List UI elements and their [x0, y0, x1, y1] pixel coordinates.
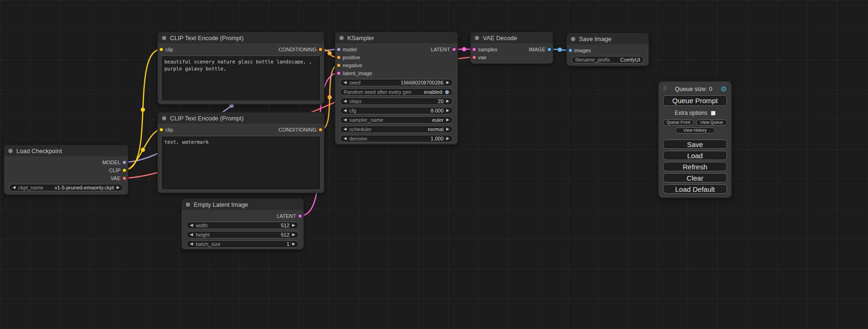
queue-front-button[interactable]: Queue Front	[663, 119, 694, 126]
widget-seed[interactable]: ◀ seed 156680208700286 ▶	[340, 79, 453, 86]
output-port-latent[interactable]	[452, 47, 456, 51]
output-label-clip: CLIP	[109, 168, 120, 173]
node-title: KSampler	[347, 35, 374, 42]
clear-button[interactable]: Clear	[663, 173, 727, 182]
node-canvas[interactable]: Load Checkpoint MODEL CLIP VAE ◀ ckpt_na…	[0, 0, 868, 329]
load-button[interactable]: Load	[663, 151, 727, 160]
input-port-latent-image[interactable]	[337, 71, 341, 75]
node-title-bar[interactable]: VAE Decode	[471, 32, 553, 43]
collapse-toggle-icon[interactable]	[186, 203, 190, 207]
output-port-conditioning[interactable]	[318, 47, 323, 51]
load-default-button[interactable]: Load Default	[663, 184, 727, 194]
left-arrow-icon[interactable]: ◀	[344, 81, 346, 84]
extra-options-row: Extra options	[663, 110, 727, 116]
right-arrow-icon[interactable]: ▶	[446, 109, 449, 112]
widget-name: scheduler	[349, 126, 372, 132]
widget-height[interactable]: ◀ height 512 ▶	[186, 231, 299, 238]
widget-cfg[interactable]: ◀ cfg 8.000 ▶	[340, 107, 453, 114]
node-title-bar[interactable]: Empty Latent Image	[182, 199, 303, 210]
widget-scheduler[interactable]: ◀ scheduler normal ▶	[340, 126, 453, 133]
node-save-image[interactable]: Save Image images filename_prefix ComfyU…	[566, 33, 649, 66]
collapse-toggle-icon[interactable]	[475, 36, 479, 40]
prompt-textarea[interactable]: beautiful scenery nature glass bottle la…	[161, 56, 321, 101]
left-arrow-icon[interactable]: ◀	[344, 99, 346, 103]
node-ksampler[interactable]: KSampler model LATENT positive negative …	[335, 32, 458, 145]
input-port-clip[interactable]	[159, 47, 163, 51]
left-arrow-icon[interactable]: ◀	[344, 118, 346, 122]
input-port-clip[interactable]	[159, 127, 163, 132]
node-clip-text-encode-negative[interactable]: CLIP Text Encode (Prompt) clip CONDITION…	[157, 112, 325, 193]
widget-name: ckpt_name	[18, 185, 43, 190]
collapse-toggle-icon[interactable]	[162, 116, 166, 120]
collapse-toggle-icon[interactable]	[571, 37, 575, 41]
save-button[interactable]: Save	[663, 140, 727, 149]
left-arrow-icon[interactable]: ◀	[344, 127, 346, 131]
widget-denoise[interactable]: ◀ denoise 1.000 ▶	[340, 135, 453, 142]
left-arrow-icon[interactable]: ◀	[190, 242, 193, 246]
settings-gear-icon[interactable]: ⚙	[721, 85, 727, 92]
view-queue-button[interactable]: View Queue	[696, 119, 727, 126]
widget-value: v1-5-pruned-emaonly.ckpt	[55, 185, 114, 190]
output-port-conditioning[interactable]	[318, 127, 323, 132]
left-arrow-icon[interactable]: ◀	[344, 137, 346, 140]
node-title-bar[interactable]: Save Image	[567, 33, 649, 44]
right-arrow-icon[interactable]: ▶	[292, 224, 295, 227]
left-arrow-icon[interactable]: ◀	[13, 186, 15, 189]
extra-options-checkbox[interactable]	[711, 111, 715, 115]
widget-steps[interactable]: ◀ steps 20 ▶	[340, 98, 453, 105]
widget-value: normal	[428, 126, 444, 132]
left-arrow-icon[interactable]: ◀	[190, 224, 193, 227]
collapse-toggle-icon[interactable]	[8, 149, 13, 153]
node-title-bar[interactable]: KSampler	[335, 32, 458, 43]
input-port-positive[interactable]	[337, 55, 341, 59]
node-load-checkpoint[interactable]: Load Checkpoint MODEL CLIP VAE ◀ ckpt_na…	[4, 145, 128, 195]
node-clip-text-encode-positive[interactable]: CLIP Text Encode (Prompt) clip CONDITION…	[157, 32, 325, 105]
prompt-textarea[interactable]: text, watermark	[161, 136, 321, 190]
queue-buttons-row: Queue Front View Queue	[663, 119, 727, 126]
output-port-latent[interactable]	[298, 214, 302, 218]
output-port-image[interactable]	[547, 47, 551, 51]
output-port-model[interactable]	[122, 160, 127, 164]
widget-filename-prefix[interactable]: filename_prefix ComfyUI	[572, 56, 644, 63]
collapse-toggle-icon[interactable]	[162, 36, 166, 40]
view-history-button[interactable]: View History	[675, 127, 715, 133]
widget-sampler-name[interactable]: ◀ sampler_name euler ▶	[340, 116, 453, 124]
refresh-button[interactable]: Refresh	[663, 162, 727, 171]
drag-handle-icon[interactable]: ⠿	[663, 86, 666, 92]
queue-prompt-button[interactable]: Queue Prompt	[663, 95, 727, 106]
widget-random-seed[interactable]: Random seed after every gen enabled	[340, 88, 453, 96]
widget-ckpt-name[interactable]: ◀ ckpt_name v1-5-pruned-emaonly.ckpt ▶	[9, 184, 123, 191]
collapse-toggle-icon[interactable]	[339, 36, 344, 40]
queue-panel: ⠿ Queue size: 0 ⚙ Queue Prompt Extra opt…	[658, 81, 732, 198]
widget-width[interactable]: ◀ width 512 ▶	[186, 222, 299, 229]
widget-name: height	[196, 232, 210, 238]
node-title-bar[interactable]: Load Checkpoint	[4, 145, 128, 156]
output-port-clip[interactable]	[122, 168, 127, 172]
right-arrow-icon[interactable]: ▶	[446, 127, 449, 131]
right-arrow-icon[interactable]: ▶	[446, 118, 449, 122]
right-arrow-icon[interactable]: ▶	[292, 242, 295, 246]
right-arrow-icon[interactable]: ▶	[292, 233, 295, 237]
input-port-vae[interactable]	[472, 55, 476, 59]
input-port-negative[interactable]	[337, 63, 341, 67]
right-arrow-icon[interactable]: ▶	[446, 137, 449, 140]
widget-name: denoise	[349, 136, 367, 141]
input-port-samples[interactable]	[472, 47, 476, 51]
node-title-bar[interactable]: CLIP Text Encode (Prompt)	[158, 112, 324, 124]
input-port-images[interactable]	[568, 48, 572, 52]
node-empty-latent-image[interactable]: Empty Latent Image LATENT ◀ width 512 ▶ …	[181, 198, 304, 250]
left-arrow-icon[interactable]: ◀	[190, 233, 193, 237]
right-arrow-icon[interactable]: ▶	[117, 186, 120, 189]
right-arrow-icon[interactable]: ▶	[446, 99, 449, 103]
node-title-bar[interactable]: CLIP Text Encode (Prompt)	[158, 32, 324, 43]
widget-batch-size[interactable]: ◀ batch_size 1 ▶	[186, 240, 299, 248]
widget-value: 20	[438, 98, 444, 104]
node-vae-decode[interactable]: VAE Decode samples IMAGE vae	[470, 32, 553, 64]
input-label-clip: clip	[165, 47, 173, 52]
input-port-model[interactable]	[337, 47, 341, 51]
right-arrow-icon[interactable]: ▶	[446, 81, 449, 84]
left-arrow-icon[interactable]: ◀	[344, 109, 346, 112]
output-port-vae[interactable]	[122, 176, 127, 180]
toggle-dot-icon[interactable]	[445, 90, 449, 94]
node-title: CLIP Text Encode (Prompt)	[170, 115, 244, 122]
